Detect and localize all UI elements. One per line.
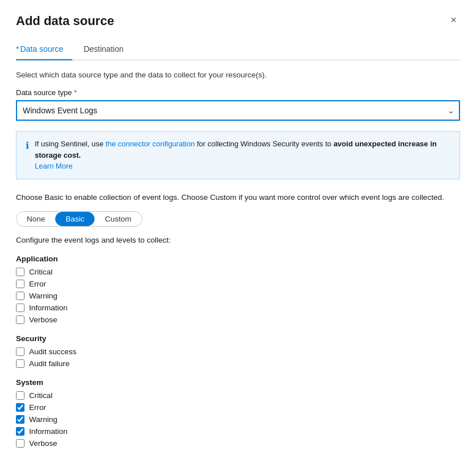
app-error-checkbox[interactable]	[16, 280, 24, 288]
checkbox-sec-audit-failure: Audit failure	[16, 359, 460, 368]
configure-label: Configure the event logs and levels to c…	[16, 236, 460, 244]
sys-information-checkbox[interactable]	[16, 427, 24, 436]
sys-critical-label[interactable]: Critical	[29, 391, 52, 400]
collection-description: Choose Basic to enable collection of eve…	[16, 192, 460, 203]
sys-verbose-label[interactable]: Verbose	[29, 439, 58, 448]
toggle-basic[interactable]: Basic	[55, 212, 95, 226]
info-icon: ℹ	[26, 139, 29, 153]
sec-audit-success-checkbox[interactable]	[16, 347, 24, 356]
sys-information-label[interactable]: Information	[29, 427, 68, 436]
checkbox-sys-warning: Warning	[16, 415, 460, 424]
tab-destination[interactable]: Destination	[84, 40, 133, 60]
sys-warning-checkbox[interactable]	[16, 415, 24, 424]
learn-more-link[interactable]: Learn More	[35, 162, 72, 170]
checkbox-sys-information: Information	[16, 427, 460, 436]
tabs: *Data source Destination	[16, 40, 460, 60]
app-critical-checkbox[interactable]	[16, 268, 24, 276]
app-warning-checkbox[interactable]	[16, 292, 24, 300]
app-information-label[interactable]: Information	[29, 304, 68, 312]
sys-warning-label[interactable]: Warning	[29, 415, 58, 424]
app-information-checkbox[interactable]	[16, 304, 24, 312]
sys-critical-checkbox[interactable]	[16, 391, 24, 400]
app-warning-label[interactable]: Warning	[29, 292, 58, 300]
checkbox-app-critical: Critical	[16, 268, 460, 276]
checkbox-app-information: Information	[16, 304, 460, 312]
info-text: If using Sentinel, use the connector con…	[35, 138, 450, 172]
close-button[interactable]: ×	[447, 14, 460, 26]
tab-data-source[interactable]: *Data source	[16, 40, 72, 60]
checkbox-sys-error: Error	[16, 403, 460, 412]
checkbox-sec-audit-success: Audit success	[16, 347, 460, 356]
checkbox-sys-critical: Critical	[16, 391, 460, 400]
data-source-type-select[interactable]: Windows Event Logs Performance Counters …	[16, 100, 460, 121]
sec-audit-failure-label[interactable]: Audit failure	[29, 359, 69, 368]
toggle-none[interactable]: None	[17, 212, 55, 226]
data-source-type-field: Windows Event Logs Performance Counters …	[16, 100, 460, 121]
toggle-custom[interactable]: Custom	[95, 212, 142, 226]
app-error-label[interactable]: Error	[29, 280, 46, 288]
add-data-source-dialog: Add data source × *Data source Destinati…	[0, 0, 476, 459]
dialog-title: Add data source	[16, 14, 114, 28]
page-description: Select which data source type and the da…	[16, 71, 460, 79]
sec-audit-failure-checkbox[interactable]	[16, 359, 24, 368]
info-banner: ℹ If using Sentinel, use the connector c…	[16, 131, 460, 179]
section-security: Security	[16, 334, 460, 343]
app-verbose-label[interactable]: Verbose	[29, 315, 58, 324]
sys-error-checkbox[interactable]	[16, 403, 24, 412]
sec-audit-success-label[interactable]: Audit success	[29, 347, 76, 356]
section-application: Application	[16, 255, 460, 263]
tab-required-asterisk: *	[16, 44, 19, 54]
sys-verbose-checkbox[interactable]	[16, 439, 24, 448]
checkbox-app-verbose: Verbose	[16, 315, 460, 324]
sys-error-label[interactable]: Error	[29, 403, 46, 412]
checkbox-sys-verbose: Verbose	[16, 439, 460, 448]
section-system: System	[16, 378, 460, 387]
connector-config-link[interactable]: the connector configuration	[105, 140, 195, 148]
required-asterisk: *	[74, 88, 77, 97]
checkbox-app-error: Error	[16, 280, 460, 288]
checkbox-app-warning: Warning	[16, 292, 460, 300]
dialog-header: Add data source ×	[16, 14, 460, 28]
app-verbose-checkbox[interactable]	[16, 315, 24, 324]
app-critical-label[interactable]: Critical	[29, 268, 52, 276]
data-source-type-label: Data source type *	[16, 88, 460, 97]
collection-mode-toggle: None Basic Custom	[16, 211, 142, 227]
